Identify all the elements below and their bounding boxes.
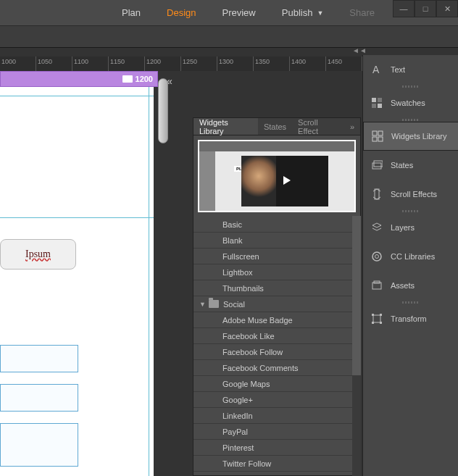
svg-text:A: A	[372, 64, 380, 75]
svg-rect-2	[378, 98, 382, 102]
widget-item[interactable]: Facebook Comments	[193, 360, 360, 376]
tab-widgets-library[interactable]: Widgets Library	[193, 118, 258, 135]
svg-point-13	[375, 254, 379, 258]
rail-label: States	[391, 161, 413, 170]
svg-rect-11	[375, 189, 379, 199]
rail-label: Text	[391, 65, 405, 74]
rail-cc-libraries[interactable]: CC Libraries	[363, 242, 458, 271]
widget-item-label: Social	[223, 300, 245, 309]
ruler-tick: 1450	[328, 58, 342, 65]
rail-transform[interactable]: Transform	[363, 304, 458, 333]
widgets-list: BasicBlankFullscreenLightboxThumbnails▼S…	[193, 217, 360, 475]
rail-label: Assets	[391, 281, 415, 290]
breakpoint-bar[interactable]: 1200	[0, 71, 158, 87]
widget-item-label: Facebook Comments	[222, 364, 299, 372]
menu-publish[interactable]: Publish ▼	[269, 0, 337, 25]
widget-item[interactable]: Adobe Muse Badge	[193, 312, 360, 328]
guide-horizontal[interactable]	[0, 96, 154, 96]
widget-item-label: Facebook Follow	[222, 348, 283, 356]
widget-item[interactable]: Pinterest	[193, 440, 360, 456]
widget-item-label: Twitter Follow	[222, 459, 271, 468]
window-controls: — □ ✕	[393, 0, 458, 17]
canvas-scrollbar[interactable]	[352, 216, 361, 476]
form-field[interactable]	[0, 345, 78, 372]
ruler-tick: 1400	[291, 58, 306, 65]
rail-text[interactable]: A Text	[363, 55, 458, 84]
rail-label: Layers	[391, 223, 415, 232]
assets-icon	[370, 279, 383, 292]
guide-vertical[interactable]	[149, 87, 149, 476]
widget-item[interactable]: Lightbox	[193, 264, 360, 280]
text-frame[interactable]: Ipsum	[0, 239, 76, 270]
rail-label: Transform	[391, 314, 427, 323]
rail-swatches[interactable]: Swatches	[363, 88, 458, 117]
ruler-tick: 1350	[255, 58, 270, 65]
text-icon: A	[370, 63, 383, 76]
rail-collapse-icon[interactable]: ◄◄	[352, 46, 362, 55]
scroll-effects-icon	[370, 188, 383, 201]
breakpoint-label: 1200	[136, 75, 153, 83]
widget-item-label: Blank	[222, 236, 243, 245]
svg-rect-19	[372, 322, 374, 324]
play-icon	[283, 176, 291, 185]
widget-item-label: Facebook Like	[222, 332, 275, 341]
widget-item[interactable]: Google+	[193, 392, 360, 408]
menu-preview[interactable]: Preview	[209, 0, 269, 25]
widget-item[interactable]: Twitter Follow	[193, 456, 360, 472]
widget-item[interactable]: Fullscreen	[193, 249, 360, 264]
toolbar	[0, 26, 458, 48]
widget-item[interactable]: Blank	[193, 233, 360, 249]
widget-item[interactable]: PayPal	[193, 424, 360, 440]
menu-share: Share	[336, 0, 388, 25]
minimize-button[interactable]: —	[393, 0, 415, 17]
widget-item[interactable]: Facebook Follow	[193, 344, 360, 360]
widget-item[interactable]: Google Maps	[193, 376, 360, 392]
svg-rect-5	[372, 131, 377, 135]
panel-expand-icon[interactable]: »	[344, 118, 360, 135]
widget-item[interactable]: Facebook Like	[193, 328, 360, 344]
widgets-library-panel: Widgets Library States Scroll Effect » P…	[193, 117, 361, 476]
widget-item-label: Adobe Muse Badge	[222, 316, 293, 325]
scrollbar-thumb[interactable]	[352, 216, 361, 375]
svg-rect-7	[372, 137, 377, 141]
form-field[interactable]	[0, 384, 78, 412]
widget-item[interactable]: Basic	[193, 217, 360, 233]
ruler-tick: 1150	[110, 58, 125, 65]
widget-item-label: Google+	[222, 396, 253, 404]
states-icon	[370, 159, 383, 172]
svg-rect-6	[378, 131, 383, 135]
widget-item[interactable]: Thumbnails	[193, 280, 360, 296]
svg-point-12	[372, 252, 381, 261]
form-field[interactable]	[0, 423, 78, 467]
menu-design[interactable]: Design	[154, 0, 209, 25]
rail-assets[interactable]: Assets	[363, 271, 458, 300]
svg-rect-1	[372, 98, 376, 102]
widgets-panel-tabs: Widgets Library States Scroll Effect »	[193, 118, 360, 135]
rail-layers[interactable]: Layers	[363, 213, 458, 242]
rail-scroll-effects[interactable]: Scroll Effects	[363, 180, 458, 209]
widget-preview-thumbnail[interactable]: PLURALIST	[198, 140, 356, 212]
rail-label: Scroll Effects	[391, 190, 437, 199]
design-canvas[interactable]: Ipsum	[0, 87, 154, 476]
ruler-tick: 1000	[1, 58, 16, 65]
guide-horizontal[interactable]	[0, 217, 154, 218]
top-menu-bar: Plan Design Preview Publish ▼ Share — □ …	[0, 0, 458, 26]
widget-preview: PLURALIST	[193, 135, 360, 217]
maximize-button[interactable]: □	[415, 0, 436, 17]
breakpoint-handle[interactable]	[158, 78, 168, 143]
widget-item-label: PayPal	[222, 427, 248, 436]
close-button[interactable]: ✕	[436, 0, 458, 17]
menu-plan[interactable]: Plan	[109, 0, 154, 25]
rail-states[interactable]: States	[363, 151, 458, 180]
widget-item-label: Pinterest	[222, 443, 254, 452]
widget-category[interactable]: ▼Social	[193, 296, 360, 312]
widgets-icon	[371, 130, 384, 143]
rail-widgets-library[interactable]: Widgets Library	[363, 122, 458, 151]
widget-item-label: LinkedIn	[222, 412, 253, 420]
ruler-tick: 1200	[146, 58, 161, 65]
svg-rect-20	[380, 322, 382, 324]
svg-rect-17	[372, 314, 374, 316]
widget-item[interactable]: LinkedIn	[193, 408, 360, 424]
tab-scroll-effect[interactable]: Scroll Effect	[292, 118, 344, 135]
tab-states[interactable]: States	[258, 118, 292, 135]
